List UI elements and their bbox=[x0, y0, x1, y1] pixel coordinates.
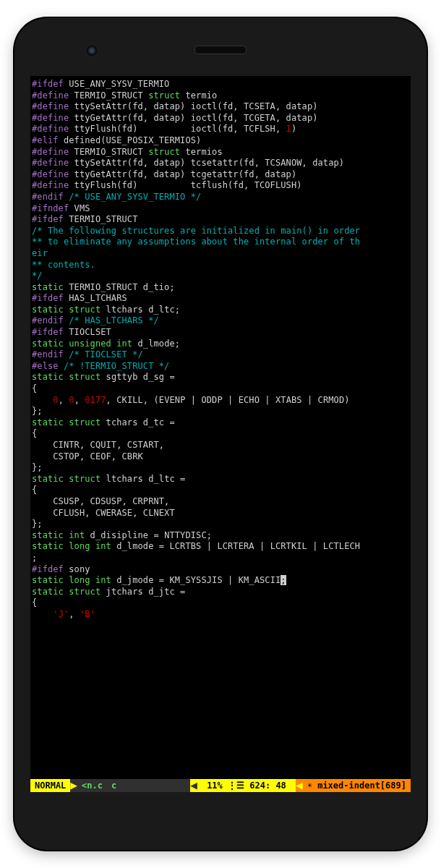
phone-camera bbox=[87, 46, 97, 56]
powerline-separator-icon: ◀ bbox=[296, 779, 303, 792]
statusline-warning: ☀ mixed-indent[689] bbox=[303, 779, 411, 792]
code-line[interactable]: #define TERMIO_STRUCT struct termios bbox=[32, 147, 409, 158]
code-line[interactable]: #endif /* HAS_LTCHARS */ bbox=[32, 315, 409, 327]
code-line[interactable]: ** to eliminate any assumptions about th… bbox=[32, 237, 409, 248]
code-line[interactable]: }; bbox=[32, 462, 409, 474]
terminal-screen[interactable]: #ifdef USE_ANY_SYSV_TERMIO#define TERMIO… bbox=[30, 76, 411, 792]
code-line[interactable]: #define ttySetAttr(fd, datap) tcsetattr(… bbox=[32, 158, 409, 169]
code-line[interactable]: static struct ltchars d_ltc = bbox=[32, 474, 409, 485]
code-line[interactable]: }; bbox=[32, 519, 409, 530]
code-line[interactable]: ** contents. bbox=[32, 260, 409, 271]
code-line[interactable]: #ifdef TIOCLSET bbox=[32, 327, 409, 339]
code-line[interactable]: ; bbox=[32, 553, 409, 564]
statusline-spacer bbox=[121, 779, 190, 792]
code-line[interactable]: #define TERMIO_STRUCT struct termio bbox=[32, 90, 409, 102]
code-line[interactable]: static long int d_lmode = LCRTBS | LCRTE… bbox=[32, 541, 409, 553]
code-line[interactable]: static struct sgttyb d_sg = bbox=[32, 372, 409, 383]
code-line[interactable]: #define ttyGetAttr(fd, datap) ioctl(fd, … bbox=[32, 113, 409, 124]
code-line[interactable]: CSTOP, CEOF, CBRK bbox=[32, 451, 409, 463]
code-line[interactable]: { bbox=[32, 383, 409, 395]
code-line[interactable]: CSUSP, CDSUSP, CRPRNT, bbox=[32, 496, 409, 508]
code-line[interactable]: eir bbox=[32, 248, 409, 260]
code-line[interactable]: /* The following structures are initiali… bbox=[32, 226, 409, 237]
code-line[interactable]: { bbox=[32, 428, 409, 440]
code-line[interactable]: static long int d_jmode = KM_SYSSJIS | K… bbox=[32, 575, 409, 587]
statusline-position: 11% ⋮☰ 624: 48 bbox=[197, 779, 296, 792]
code-line[interactable]: #ifdef sony bbox=[32, 564, 409, 576]
code-line[interactable]: 'J', 'B' bbox=[32, 609, 409, 621]
code-line[interactable]: */ bbox=[32, 271, 409, 282]
phone-speaker bbox=[194, 46, 247, 54]
code-line[interactable]: #ifndef VMS bbox=[32, 203, 409, 215]
code-line[interactable]: static unsigned int d_lmode; bbox=[32, 339, 409, 350]
code-line[interactable]: static int d_disipline = NTTYDISC; bbox=[32, 530, 409, 542]
code-line[interactable]: }; bbox=[32, 406, 409, 417]
statusline-filetype: c bbox=[107, 779, 121, 792]
code-line[interactable]: static struct ltchars d_ltc; bbox=[32, 305, 409, 316]
code-line[interactable]: 0, 0, 0177, CKILL, (EVENP | ODDP | ECHO … bbox=[32, 395, 409, 407]
code-line[interactable]: CINTR, CQUIT, CSTART, bbox=[32, 440, 409, 451]
code-line[interactable]: static struct jtchars d_jtc = bbox=[32, 587, 409, 598]
code-line[interactable]: #define ttyFlush(fd) tcflush(fd, TCOFLUS… bbox=[32, 180, 409, 192]
statusline-mode: NORMAL bbox=[30, 779, 70, 792]
powerline-separator-icon: ◀ bbox=[190, 779, 197, 792]
code-line[interactable]: #elif defined(USE_POSIX_TERMIOS) bbox=[32, 135, 409, 147]
code-line[interactable]: #define ttyGetAttr(fd, datap) tcgetattr(… bbox=[32, 169, 409, 181]
code-line[interactable]: #define ttySetAttr(fd, datap) ioctl(fd, … bbox=[32, 101, 409, 113]
code-editor-viewport[interactable]: #ifdef USE_ANY_SYSV_TERMIO#define TERMIO… bbox=[30, 76, 411, 624]
code-line[interactable]: CFLUSH, CWERASE, CLNEXT bbox=[32, 508, 409, 519]
vim-statusline: NORMAL ▶ <n.c c ◀ 11% ⋮☰ 624: 48 ◀ ☀ mix… bbox=[30, 779, 411, 792]
statusline-filename: <n.c bbox=[77, 779, 107, 792]
phone-device-frame: #ifdef USE_ANY_SYSV_TERMIO#define TERMIO… bbox=[14, 18, 427, 850]
powerline-separator-icon: ▶ bbox=[70, 779, 77, 792]
code-line[interactable]: #endif /* TIOCLSET */ bbox=[32, 349, 409, 361]
code-line[interactable]: #else /* !TERMIO_STRUCT */ bbox=[32, 361, 409, 373]
code-line[interactable]: #define ttyFlush(fd) ioctl(fd, TCFLSH, 1… bbox=[32, 124, 409, 135]
code-line[interactable]: { bbox=[32, 485, 409, 496]
code-line[interactable]: static struct tchars d_tc = bbox=[32, 417, 409, 429]
code-line[interactable]: #ifdef HAS_LTCHARS bbox=[32, 293, 409, 305]
code-line[interactable]: { bbox=[32, 597, 409, 609]
code-line[interactable]: #endif /* USE_ANY_SYSV_TERMIO */ bbox=[32, 192, 409, 203]
code-line[interactable]: #ifdef TERMIO_STRUCT bbox=[32, 214, 409, 226]
code-line[interactable]: static TERMIO_STRUCT d_tio; bbox=[32, 282, 409, 294]
code-line[interactable]: #ifdef USE_ANY_SYSV_TERMIO bbox=[32, 79, 409, 90]
